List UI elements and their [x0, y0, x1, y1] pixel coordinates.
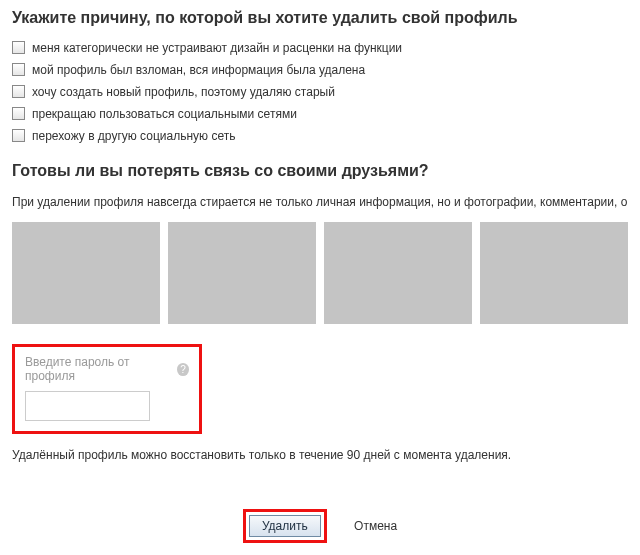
password-block: Введите пароль от профиля ?: [12, 344, 202, 434]
friend-thumbnail: [168, 222, 316, 324]
reason-label: меня категорически не устраивают дизайн …: [32, 41, 402, 55]
friends-row: [12, 222, 628, 324]
reason-label: хочу создать новый профиль, поэтому удал…: [32, 85, 335, 99]
friend-thumbnail: [12, 222, 160, 324]
friends-heading: Готовы ли вы потерять связь со своими др…: [12, 161, 628, 182]
reason-option[interactable]: хочу создать новый профиль, поэтому удал…: [12, 85, 628, 99]
reason-label: мой профиль был взломан, вся информация …: [32, 63, 365, 77]
reason-label: перехожу в другую социальную сеть: [32, 129, 235, 143]
password-input[interactable]: [25, 391, 150, 421]
delete-highlight: Удалить: [243, 509, 327, 543]
checkbox-icon[interactable]: [12, 41, 25, 54]
reason-option[interactable]: перехожу в другую социальную сеть: [12, 129, 628, 143]
reason-list: меня категорически не устраивают дизайн …: [12, 41, 628, 143]
delete-button[interactable]: Удалить: [249, 515, 321, 537]
reason-option[interactable]: мой профиль был взломан, вся информация …: [12, 63, 628, 77]
checkbox-icon[interactable]: [12, 129, 25, 142]
delete-warning-text: При удалении профиля навсегда стирается …: [12, 194, 628, 211]
help-icon[interactable]: ?: [177, 363, 189, 376]
reason-label: прекращаю пользоваться социальными сетям…: [32, 107, 297, 121]
password-label-row: Введите пароль от профиля ?: [25, 355, 189, 383]
checkbox-icon[interactable]: [12, 63, 25, 76]
reason-heading: Укажите причину, по которой вы хотите уд…: [12, 8, 628, 29]
reason-option[interactable]: меня категорически не устраивают дизайн …: [12, 41, 628, 55]
restore-note: Удалённый профиль можно восстановить тол…: [12, 448, 628, 462]
action-bar: Удалить Отмена: [0, 509, 640, 543]
friend-thumbnail: [480, 222, 628, 324]
reason-option[interactable]: прекращаю пользоваться социальными сетям…: [12, 107, 628, 121]
checkbox-icon[interactable]: [12, 107, 25, 120]
password-label: Введите пароль от профиля: [25, 355, 173, 383]
friend-thumbnail: [324, 222, 472, 324]
checkbox-icon[interactable]: [12, 85, 25, 98]
cancel-button[interactable]: Отмена: [354, 519, 397, 533]
